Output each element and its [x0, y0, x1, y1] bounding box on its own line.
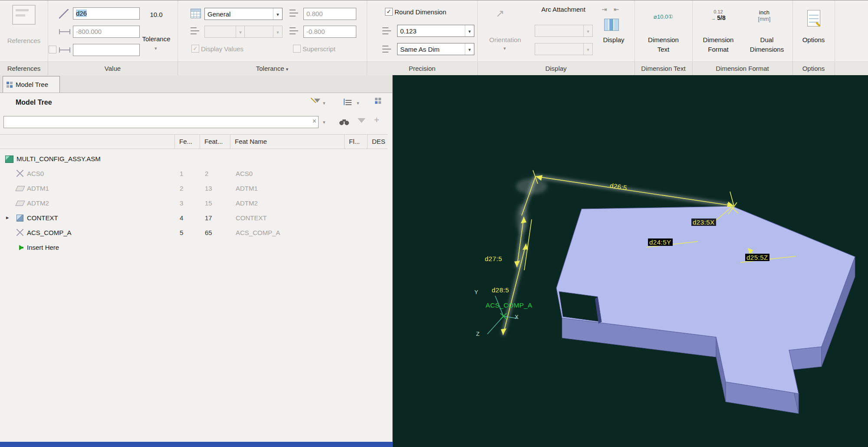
chevron-down-icon [273, 8, 282, 20]
dimension-name-value: d26 [76, 10, 87, 17]
dimension-label-d23[interactable]: d23:5X [691, 219, 716, 226]
tolerance-class-icon [191, 26, 200, 35]
extra-value-icon [59, 47, 70, 53]
extra-value-input[interactable] [73, 44, 140, 56]
tree-row-insert-here[interactable]: Insert Here [0, 240, 388, 255]
jog-right-icon[interactable] [602, 6, 607, 13]
tree-row-root[interactable]: MULTI_CONFIG_ASSY.ASM [0, 152, 388, 166]
options-button[interactable]: Options [792, 36, 835, 43]
dimension-text-button[interactable]: Dimension [635, 36, 692, 43]
tree-list-icon[interactable] [344, 98, 353, 106]
decimal-places-select[interactable]: 0.123 [397, 25, 474, 37]
tree-columns-toggle-icon[interactable] [375, 98, 385, 106]
datum-plane-icon [15, 201, 25, 206]
find-icon[interactable] [339, 119, 349, 126]
display-button[interactable]: Display [595, 36, 633, 43]
upper-tolerance-input[interactable]: 0.800 [303, 8, 356, 20]
dimension-format-button-line2[interactable]: Format [695, 46, 742, 53]
arc-attachment-select-2[interactable] [535, 43, 593, 55]
add-filter-icon[interactable] [374, 115, 379, 125]
group-label-tolerance[interactable]: Tolerance▾ [178, 62, 367, 76]
tolerance-decimal-select[interactable]: Same As Dim [397, 43, 474, 55]
dimension-label-d24[interactable]: d24:5Y [648, 238, 673, 246]
tree-row-acs0[interactable]: ACS0 1 2 ACS0 [0, 166, 388, 181]
tree-filters-dropdown-icon[interactable] [323, 100, 326, 106]
model-tree-tab[interactable]: Model Tree [3, 76, 60, 93]
upper-tolerance-icon [289, 9, 299, 17]
tolerance-class-select[interactable] [204, 26, 245, 38]
tolerance-mode-button[interactable]: Tolerance [139, 35, 174, 43]
filter-icon[interactable] [358, 118, 365, 123]
jog-left-icon[interactable] [614, 6, 619, 13]
datum-plane-icon [15, 186, 25, 191]
dimension-label-d28[interactable]: d28:5 [492, 286, 509, 294]
tree-list-dropdown-icon[interactable] [357, 100, 359, 106]
search-dropdown-icon[interactable] [323, 119, 326, 125]
lower-tolerance-input[interactable]: -0.800 [303, 26, 356, 38]
tolerance-grade-select[interactable] [244, 26, 283, 38]
axis-label-z: Z [476, 331, 480, 337]
references-icon [12, 5, 36, 25]
dimension-format-button[interactable]: Dimension [695, 36, 742, 43]
display-values-checkbox[interactable] [191, 45, 199, 53]
tree-row-acs-comp-a[interactable]: ACS_COMP_A 5 65 ACS_COMP_A [0, 225, 388, 240]
dimension-value-input[interactable]: -800.000 [73, 26, 140, 38]
dimension-label-d25[interactable]: d25:5Z [745, 254, 769, 261]
column-header-feat-name[interactable]: Feat Name [230, 135, 344, 149]
assembly-icon [5, 156, 13, 163]
ribbon-group-dimension-format: 0.12 5/8 inch [mm] Dimension Format Dual… [692, 0, 793, 61]
orientation-button[interactable]: Orientation [481, 36, 529, 43]
group-label-dimension-format: Dimension Format [692, 62, 793, 76]
tree-filters-icon[interactable] [311, 98, 320, 106]
dual-dimensions-button-line2[interactable]: Dimensions [743, 46, 790, 53]
tree-row-adtm2[interactable]: ADTM2 3 15 ADTM2 [0, 196, 388, 211]
tolerance-current-value: 10.0 [140, 11, 173, 18]
display-columns-icon [604, 19, 619, 31]
column-header-feat-id[interactable]: Feat... [200, 135, 230, 149]
tree-row-context[interactable]: CONTEXT 4 17 CONTEXT [0, 211, 388, 225]
ribbon-group-labels: References Value Tolerance▾ Precision Di… [0, 61, 868, 76]
tree-column-header: Fe... Feat... Feat Name Fl... DES [0, 134, 388, 149]
expand-caret-icon[interactable] [6, 214, 9, 221]
csys-label[interactable]: ACS_COMP_A [486, 301, 533, 309]
column-header-feat-number[interactable]: Fe... [174, 135, 200, 149]
column-header-fl[interactable]: Fl... [344, 135, 367, 149]
references-button[interactable]: References [0, 37, 48, 44]
arc-attachment-select-1[interactable] [535, 25, 593, 37]
tolerance-table-select[interactable]: General [204, 8, 283, 20]
extra-value-checkbox[interactable] [49, 46, 56, 53]
tree-search-input[interactable] [5, 117, 309, 128]
chevron-down-icon [465, 43, 474, 55]
decimal-places-icon [382, 26, 392, 35]
dimension-name-icon [59, 9, 69, 19]
dual-units-icon: inch [mm] [750, 9, 778, 22]
dimension-name-input[interactable]: d26 [73, 7, 140, 20]
orientation-dropdown-icon[interactable] [503, 46, 506, 51]
chevron-down-icon [583, 43, 592, 55]
arc-attachment-label: Arc Attachment [533, 6, 594, 13]
tolerance-mode-dropdown-icon[interactable] [155, 46, 157, 51]
group-label-value: Value [48, 62, 178, 76]
tolerance-table-icon [191, 9, 201, 18]
ribbon-group-dimension-text: ⌀10.0① Dimension Text [635, 0, 693, 61]
3d-viewport[interactable]: d26:5 d23:5X d24:5Y d25:5Z d27:5 d28:5 A… [393, 75, 868, 447]
group-label-references: References [0, 62, 48, 76]
model-tree-panel: Model Tree Model Tree Fe... Feat... Feat… [0, 75, 393, 447]
tree-row-adtm1[interactable]: ADTM1 2 13 ADTM1 [0, 181, 388, 196]
dimension-label-d27[interactable]: d27:5 [485, 255, 502, 262]
chevron-down-icon [583, 25, 592, 36]
search-clear-icon[interactable] [312, 117, 316, 125]
axis-label-y: Y [474, 289, 478, 295]
round-dimension-checkbox[interactable] [385, 8, 393, 16]
csys-icon [16, 229, 23, 236]
superscript-checkbox[interactable] [293, 45, 301, 53]
dimension-text-button-line2[interactable]: Text [635, 46, 692, 53]
group-label-precision: Precision [367, 62, 478, 76]
display-values-label: Display Values [201, 45, 253, 53]
taskbar-strip [0, 442, 393, 447]
column-header-des[interactable]: DES [367, 135, 388, 149]
part-icon [16, 215, 23, 222]
insert-here-arrow-icon [19, 245, 23, 250]
dual-dimensions-button[interactable]: Dual [743, 36, 790, 43]
chevron-down-icon: ▾ [286, 66, 289, 72]
